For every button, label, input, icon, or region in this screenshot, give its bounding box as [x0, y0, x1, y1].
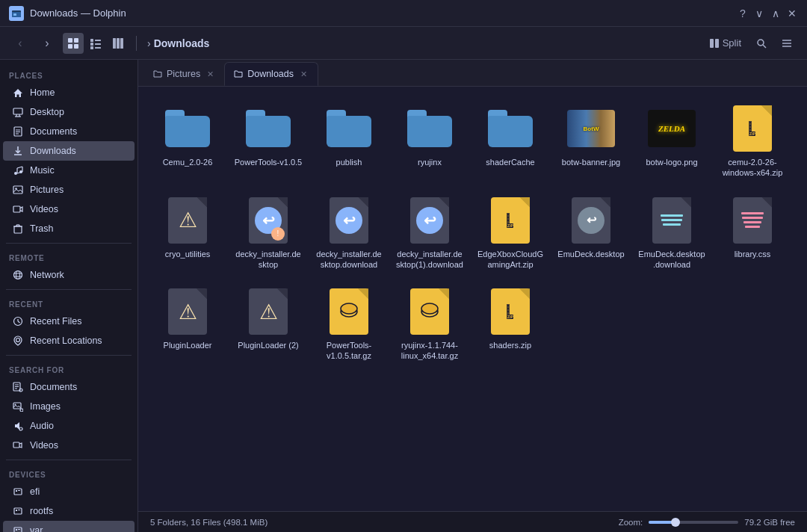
file-item-powertools-tar[interactable]: PowerTools-v1.0.5.tar.gz: [312, 282, 386, 368]
var-icon: [12, 525, 24, 532]
svg-rect-9: [90, 43, 93, 46]
network-icon: [12, 269, 24, 281]
file-item-emudeck-desktop[interactable]: ↩ EmuDeck.desktop: [554, 191, 628, 276]
sidebar-item-home[interactable]: Home: [3, 83, 134, 102]
file-item-publish[interactable]: publish: [312, 99, 386, 185]
svg-rect-11: [90, 46, 93, 49]
zoom-slider[interactable]: [649, 521, 738, 524]
pictures-icon: [12, 184, 24, 196]
zoom-label: Zoom:: [619, 518, 643, 527]
menu-button[interactable]: [776, 35, 798, 52]
file-item-emudeck-dl[interactable]: EmuDeck.desktop.download: [634, 191, 709, 276]
sidebar-item-var[interactable]: var: [3, 521, 134, 532]
svg-rect-72: [14, 528, 22, 532]
tab-pictures[interactable]: Pictures ✕: [144, 62, 224, 86]
svg-rect-74: [18, 529, 20, 530]
file-item-ryujinx-tar[interactable]: ryujinx-1.1.744-linux_x64.tar.gz: [392, 282, 467, 368]
sidebar-item-music[interactable]: Music: [3, 161, 134, 180]
close-button[interactable]: ✕: [786, 7, 798, 19]
file-icon-decky3: ↩: [406, 197, 454, 244]
file-item-cemu-zip[interactable]: ZIP cemu-2.0-26-windows-x64.zip: [715, 99, 790, 185]
file-item-botw-logo[interactable]: ZELDA botw-logo.png: [634, 99, 709, 185]
music-icon: [12, 164, 24, 176]
file-name-library-css: library.css: [735, 249, 771, 259]
efi-icon: [12, 486, 24, 498]
file-item-xbox-zip[interactable]: ZIP EdgeXboxCloudGamingArt.zip: [473, 191, 548, 276]
forward-button[interactable]: ›: [36, 32, 58, 55]
file-name-cryo: cryo_utilities: [165, 249, 211, 259]
file-item-ryujinx[interactable]: ryujinx: [392, 99, 467, 185]
documents-icon: [12, 126, 24, 137]
file-icon-cemu-zip: ZIP: [729, 105, 776, 152]
files-container[interactable]: Cemu_2.0-26 PowerTools-v1.0.5: [138, 87, 807, 511]
sidebar-item-search-audio[interactable]: Audio: [3, 416, 134, 436]
svg-rect-66: [14, 489, 22, 495]
svg-point-49: [16, 271, 20, 279]
sidebar-item-recent-files[interactable]: Recent Files: [3, 312, 134, 331]
svg-line-39: [17, 167, 22, 168]
svg-rect-7: [90, 39, 93, 42]
file-item-decky3[interactable]: ↩ decky_installer.desktop(1).download: [392, 191, 467, 276]
svg-text:ZIP: ZIP: [749, 132, 755, 136]
sidebar-item-desktop[interactable]: Desktop: [3, 102, 134, 122]
file-item-cryo[interactable]: ⚠ cryo_utilities: [150, 191, 225, 276]
columns-view-button[interactable]: [108, 33, 129, 54]
file-item-pluginloader[interactable]: ⚠ PluginLoader: [150, 282, 225, 368]
sidebar-item-downloads[interactable]: Downloads: [3, 141, 134, 161]
detail-view-button[interactable]: [85, 33, 106, 54]
breadcrumb-current: Downloads: [154, 37, 210, 49]
recent-locations-icon: [12, 335, 24, 347]
file-item-powertools[interactable]: PowerTools-v1.0.5: [231, 99, 306, 185]
file-item-botw-banner[interactable]: BotW botw-banner.jpg: [554, 99, 628, 185]
tab-downloads[interactable]: Downloads ✕: [224, 62, 318, 86]
search-button[interactable]: [750, 35, 773, 52]
sidebar-item-rootfs[interactable]: rootfs: [3, 501, 134, 521]
sidebar-item-efi[interactable]: efi: [3, 482, 134, 501]
file-item-decky1[interactable]: ↩ ! decky_installer.desktop: [231, 191, 306, 276]
icon-view-button[interactable]: [63, 33, 84, 54]
file-item-shadercache[interactable]: shaderCache: [473, 99, 548, 185]
file-name-powertools: PowerTools-v1.0.5: [235, 157, 303, 167]
sidebar: Places Home Desktop Documents Downloads: [0, 60, 138, 532]
toolbar-separator: [136, 36, 137, 51]
help-button[interactable]: ?: [737, 7, 749, 19]
sidebar-item-trash[interactable]: Trash: [3, 219, 134, 238]
sidebar-item-search-images[interactable]: Images: [3, 397, 134, 416]
sidebar-item-documents[interactable]: Documents: [3, 122, 134, 141]
search-videos-icon: [12, 439, 24, 451]
zoom-control[interactable]: Zoom: 79.2 GiB free: [619, 518, 795, 527]
file-item-decky2[interactable]: ↩ decky_installer.desktop.download: [312, 191, 386, 276]
file-icon-publish: [325, 105, 373, 152]
file-item-cemu[interactable]: Cemu_2.0-26: [150, 99, 225, 185]
file-name-pluginloader: PluginLoader: [164, 340, 212, 350]
sidebar-item-videos[interactable]: Videos: [3, 200, 134, 219]
minimize-button[interactable]: ∨: [753, 7, 765, 19]
split-button[interactable]: Split: [703, 34, 747, 52]
sidebar-item-network[interactable]: Network: [3, 265, 134, 285]
maximize-button[interactable]: ∧: [770, 7, 782, 19]
file-icon-ryujinx-tar: [406, 288, 454, 335]
tab-close-pictures[interactable]: ✕: [205, 69, 215, 79]
svg-rect-6: [74, 44, 78, 49]
file-item-pluginloader2[interactable]: ⚠ PluginLoader (2): [231, 282, 306, 368]
file-item-shaders-zip[interactable]: ZIP shaders.zip: [473, 282, 548, 368]
file-icon-botw-banner: BotW: [567, 105, 615, 152]
svg-point-18: [758, 40, 764, 46]
home-icon: [12, 87, 24, 99]
file-name-powertools-tar: PowerTools-v1.0.5.tar.gz: [315, 340, 383, 362]
sidebar-label-recent-locations: Recent Locations: [30, 335, 102, 346]
svg-rect-4: [74, 38, 78, 43]
toolbar-right: Split: [703, 34, 798, 52]
file-icon-powertools-tar: [325, 288, 373, 335]
tab-close-downloads[interactable]: ✕: [298, 69, 309, 79]
sidebar-item-recent-locations[interactable]: Recent Locations: [3, 331, 134, 350]
svg-rect-3: [68, 38, 72, 43]
divider-devices: [6, 460, 132, 460]
sidebar-item-search-documents[interactable]: Documents: [3, 377, 134, 397]
sidebar-item-search-videos[interactable]: Videos: [3, 436, 134, 455]
sidebar-item-pictures[interactable]: Pictures: [3, 180, 134, 200]
file-item-library-css[interactable]: library.css: [715, 191, 790, 276]
back-button[interactable]: ‹: [9, 32, 31, 55]
sidebar-label-var: var: [30, 525, 43, 532]
svg-rect-67: [16, 490, 17, 492]
